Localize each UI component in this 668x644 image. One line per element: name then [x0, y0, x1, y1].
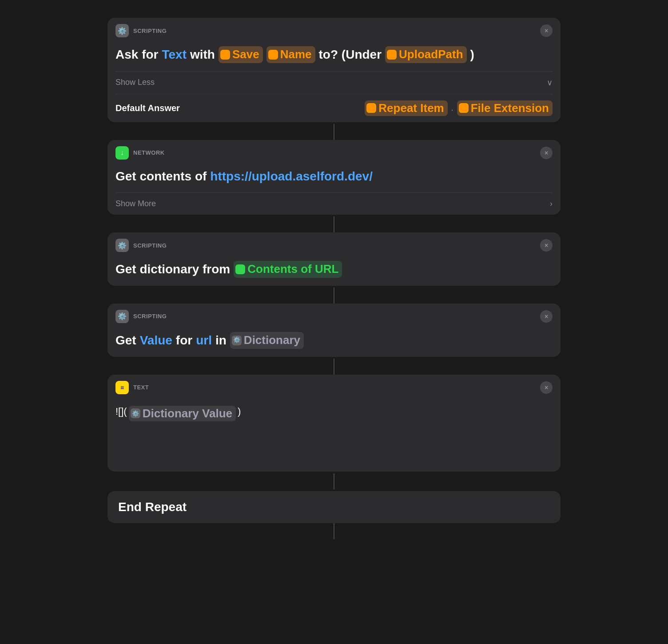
file-extension-icon: ⊞ [459, 103, 469, 113]
save-token[interactable]: ⊞ Save [219, 46, 263, 63]
close-icon-4: × [545, 313, 548, 320]
scripting-label-2: SCRIPTING [133, 242, 167, 249]
name-label: Name [280, 47, 312, 62]
close-button-5[interactable]: × [540, 381, 553, 394]
end-repeat-card: End Repeat [107, 491, 561, 523]
scripting-icon-1: ⚙️ [115, 24, 129, 37]
card-get-contents: ↓ NETWORK × Get contents of https://uplo… [107, 140, 561, 215]
card-header-scripting-3: ⚙️ SCRIPTING × [107, 304, 561, 329]
save-label: Save [232, 47, 259, 62]
connector-2 [334, 216, 334, 232]
value-label: Value [140, 332, 172, 348]
default-answer-label: Default Answer [115, 103, 180, 113]
close-button-1[interactable]: × [540, 24, 553, 37]
url-key-label: url [196, 332, 212, 348]
get-contents-label: Get contents of [115, 168, 207, 184]
ask-for-body: Ask for Text with ⊞ Save ⊞ Name to? (Und… [107, 44, 561, 71]
dictionary-value-token[interactable]: ⚙️ Dictionary Value [129, 406, 236, 421]
get-contents-action: Get contents of https://upload.aselford.… [115, 168, 553, 184]
get-value-action: Get Value for url in ⚙️ Dictionary [115, 332, 553, 349]
text-block-content: ![]( ⚙️ Dictionary Value ) [107, 400, 561, 472]
upload-path-icon: ⊞ [387, 50, 397, 60]
end-repeat-label: End Repeat [118, 500, 187, 514]
upload-path-token[interactable]: ⊞ UploadPath [385, 46, 466, 63]
scripting-icon-2: ⚙️ [115, 239, 129, 252]
dictionary-label: Dictionary [244, 333, 300, 348]
close-icon-5: × [545, 384, 548, 391]
dictionary-value-label: Dictionary Value [143, 407, 232, 420]
text-label: TEXT [133, 384, 149, 391]
ask-for-action: Ask for Text with ⊞ Save ⊞ Name to? (Und… [115, 46, 553, 63]
card-header-network: ↓ NETWORK × [107, 140, 561, 166]
close-icon-1: × [545, 27, 548, 34]
card-get-dictionary: ⚙️ SCRIPTING × Get dictionary from ↓ Con… [107, 232, 561, 286]
card-text-block: ≡ TEXT × ![]( ⚙️ Dictionary Value ) [107, 375, 561, 472]
default-answer-row: Default Answer ⊞ Repeat Item . ⊞ File Ex… [107, 94, 561, 122]
chevron-right-icon: › [550, 199, 553, 208]
get-value-body: Get Value for url in ⚙️ Dictionary [107, 329, 561, 357]
default-answer-value: ⊞ Repeat Item . ⊞ File Extension [365, 100, 553, 116]
network-label: NETWORK [133, 149, 165, 156]
name-icon: ⊞ [268, 50, 278, 60]
repeat-item-label: Repeat Item [378, 101, 444, 115]
close-button-4[interactable]: × [540, 310, 553, 323]
chevron-down-icon: ∨ [547, 78, 553, 88]
card-get-value: ⚙️ SCRIPTING × Get Value for url in ⚙️ D… [107, 304, 561, 357]
card-header-scripting-1: ⚙️ SCRIPTING × [107, 18, 561, 44]
connector-3 [334, 288, 334, 304]
text-content-suffix: ) [238, 406, 241, 417]
get-dictionary-label: Get dictionary from [115, 261, 230, 277]
dot-separator: . [451, 104, 453, 113]
contents-of-url-label: Contents of URL [247, 262, 338, 277]
dictionary-icon: ⚙️ [232, 336, 242, 345]
dictionary-value-icon: ⚙️ [131, 408, 140, 418]
save-icon: ⊞ [220, 50, 230, 60]
get-label: Get [115, 332, 136, 348]
text-block-icon: ≡ [115, 381, 129, 394]
connector-5 [334, 473, 334, 489]
show-less-footer: Show Less ∨ [107, 72, 561, 94]
show-less-button[interactable]: Show Less [115, 78, 155, 87]
upload-path-label: UploadPath [399, 47, 463, 62]
get-dictionary-body: Get dictionary from ↓ Contents of URL [107, 258, 561, 286]
for-label: for [176, 332, 192, 348]
text-token-label: Text [162, 47, 187, 63]
canvas: ⚙️ SCRIPTING × Ask for Text with ⊞ Save … [94, 9, 574, 548]
dictionary-token[interactable]: ⚙️ Dictionary [230, 332, 304, 349]
contents-of-url-icon: ↓ [235, 264, 245, 274]
contents-of-url-token[interactable]: ↓ Contents of URL [234, 261, 342, 278]
close-icon-3: × [545, 242, 548, 249]
file-extension-label: File Extension [471, 101, 549, 115]
scripting-label-1: SCRIPTING [133, 28, 167, 34]
connector-1 [334, 124, 334, 140]
ask-for-label: Ask for [115, 47, 158, 63]
scripting-icon-3: ⚙️ [115, 310, 129, 323]
close-icon-2: × [545, 149, 548, 156]
show-more-footer: Show More › [107, 193, 561, 215]
to-under-label: to? (Under [319, 47, 382, 63]
repeat-item-icon: ⊞ [366, 103, 376, 113]
connector-6 [334, 523, 334, 539]
show-more-button[interactable]: Show More [115, 199, 156, 208]
card-ask-for-text: ⚙️ SCRIPTING × Ask for Text with ⊞ Save … [107, 18, 561, 122]
name-token[interactable]: ⊞ Name [266, 46, 315, 63]
card-header-scripting-2: ⚙️ SCRIPTING × [107, 232, 561, 258]
file-extension-token[interactable]: ⊞ File Extension [457, 100, 553, 116]
scripting-label-3: SCRIPTING [133, 313, 167, 320]
get-contents-body: Get contents of https://upload.aselford.… [107, 166, 561, 192]
close-button-2[interactable]: × [540, 147, 553, 159]
with-label: with [190, 47, 215, 63]
repeat-item-token[interactable]: ⊞ Repeat Item [365, 100, 447, 116]
closing-paren: ) [470, 47, 474, 63]
url-value[interactable]: https://upload.aselford.dev/ [210, 168, 373, 184]
text-content-prefix: ![]( [115, 406, 127, 417]
connector-4 [334, 359, 334, 375]
get-dictionary-action: Get dictionary from ↓ Contents of URL [115, 261, 553, 278]
card-header-text: ≡ TEXT × [107, 375, 561, 400]
network-icon: ↓ [115, 146, 129, 160]
in-label: in [215, 332, 227, 348]
close-button-3[interactable]: × [540, 239, 553, 252]
